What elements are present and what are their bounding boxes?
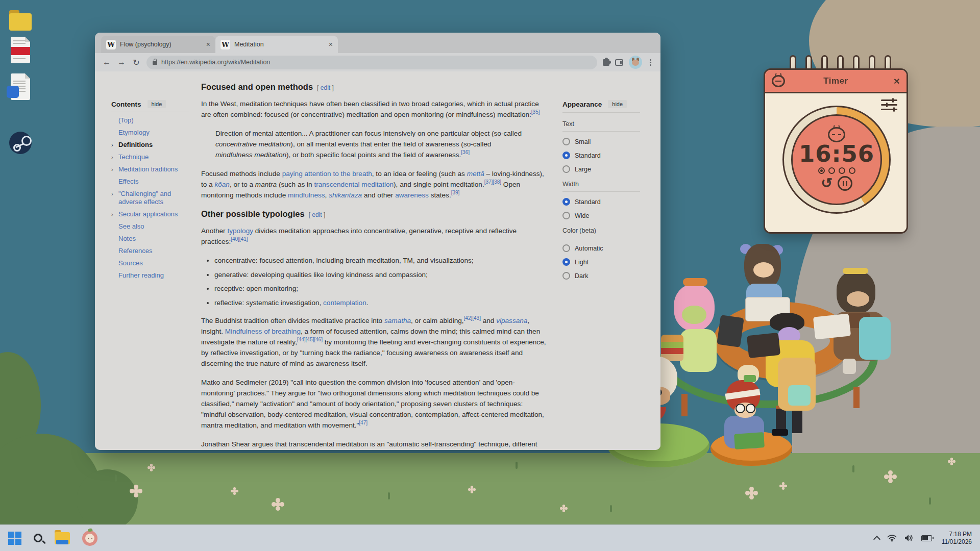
wiki-link[interactable]: vipassana bbox=[496, 317, 527, 324]
speaker-icon[interactable] bbox=[904, 534, 914, 542]
toc-item[interactable]: ›Technique bbox=[111, 153, 201, 161]
wiki-link[interactable]: mettā bbox=[467, 170, 484, 178]
grass-blade bbox=[115, 474, 117, 482]
chevron-icon[interactable]: › bbox=[111, 190, 118, 206]
radio-icon[interactable] bbox=[562, 165, 570, 173]
radio-option[interactable]: Standard bbox=[562, 198, 640, 206]
toc-item[interactable]: Etymology bbox=[111, 129, 201, 137]
radio-option[interactable]: Light bbox=[562, 258, 640, 266]
toc-item[interactable]: Sources bbox=[111, 259, 201, 267]
toc-item[interactable]: (Top) bbox=[111, 116, 201, 124]
edit-link[interactable]: [ edit ] bbox=[317, 84, 334, 91]
profile-avatar[interactable] bbox=[629, 56, 642, 69]
back-icon[interactable]: ← bbox=[102, 58, 111, 67]
document-icon bbox=[11, 37, 30, 63]
toc-item[interactable]: References bbox=[111, 247, 201, 255]
appearance-hide-button[interactable]: hide bbox=[608, 100, 627, 108]
reload-icon[interactable]: ↻ bbox=[132, 58, 141, 67]
grass-blade bbox=[516, 462, 518, 469]
text-run: , bbox=[325, 191, 329, 199]
wiki-link[interactable]: [47] bbox=[359, 420, 368, 425]
wiki-link[interactable]: contemplation bbox=[323, 299, 366, 307]
wiki-link[interactable]: transcendental meditation bbox=[314, 181, 394, 188]
wiki-link[interactable]: [36] bbox=[461, 149, 470, 155]
toc-item[interactable]: Further reading bbox=[111, 271, 201, 280]
wiki-link[interactable]: mindfulness bbox=[288, 191, 325, 199]
wiki-link[interactable]: [39] bbox=[451, 190, 460, 195]
wiki-link[interactable]: [40][41] bbox=[231, 236, 248, 242]
extensions-icon[interactable] bbox=[603, 59, 609, 66]
tray-chevron-icon[interactable] bbox=[873, 535, 880, 542]
radio-option[interactable]: Small bbox=[562, 138, 640, 145]
toc-item[interactable]: Notes bbox=[111, 235, 201, 243]
radio-option[interactable]: Automatic bbox=[562, 244, 640, 252]
wifi-icon[interactable] bbox=[887, 534, 897, 542]
paragraph: Focused methods include paying attention… bbox=[201, 168, 547, 201]
typology-list: concentrative: focused attention, includ… bbox=[214, 255, 547, 308]
toc-item[interactable]: Effects bbox=[111, 178, 201, 186]
radio-option[interactable]: Dark bbox=[562, 272, 640, 280]
wiki-link[interactable]: paying attention to the breath bbox=[282, 170, 372, 178]
desktop-icon-document-blue[interactable] bbox=[8, 73, 33, 98]
toc-hide-button[interactable]: hide bbox=[148, 100, 166, 108]
wiki-link[interactable]: [37][38] bbox=[484, 179, 501, 185]
radio-option[interactable]: Wide bbox=[562, 212, 640, 219]
group-title-text: Text bbox=[562, 120, 640, 132]
radio-icon[interactable] bbox=[562, 212, 570, 219]
tab-meditation[interactable]: W Meditation × bbox=[215, 36, 338, 53]
wiki-link[interactable]: typology bbox=[227, 227, 253, 235]
start-button[interactable] bbox=[8, 532, 21, 545]
toc-item[interactable]: ›Meditation traditions bbox=[111, 165, 201, 173]
radio-option[interactable]: Standard bbox=[562, 152, 640, 159]
toc-item[interactable]: ›Definitions bbox=[111, 141, 201, 149]
radio-selected-icon[interactable] bbox=[562, 258, 570, 266]
address-bar[interactable]: https://en.wikipedia.org/wiki/Meditation bbox=[146, 56, 597, 69]
reset-button[interactable]: ↺ bbox=[821, 177, 832, 190]
radio-icon[interactable] bbox=[562, 272, 570, 280]
wiki-link[interactable]: kōan bbox=[214, 181, 229, 188]
radio-icon[interactable] bbox=[562, 244, 570, 252]
search-icon[interactable] bbox=[34, 534, 42, 542]
wiki-link[interactable]: awareness bbox=[395, 191, 429, 199]
radio-option[interactable]: Large bbox=[562, 165, 640, 173]
toc-item[interactable]: ›Secular applications bbox=[111, 210, 201, 218]
session-dots bbox=[818, 167, 855, 174]
wiki-link[interactable]: samatha bbox=[384, 317, 411, 324]
wiki-link[interactable]: Mindfulness of breathing bbox=[225, 328, 301, 335]
pomodoro-app-icon[interactable] bbox=[82, 531, 97, 546]
desktop-icon-document-red[interactable] bbox=[8, 37, 33, 61]
battery-icon[interactable] bbox=[921, 535, 932, 541]
toc-item[interactable]: See also bbox=[111, 222, 201, 231]
file-explorer-icon[interactable] bbox=[55, 532, 70, 544]
edit-link[interactable]: [ edit ] bbox=[309, 211, 326, 218]
paragraph: Matko and Sedlmeier (2019) "call into qu… bbox=[201, 377, 547, 431]
pause-button[interactable] bbox=[838, 176, 852, 191]
forward-icon[interactable]: → bbox=[117, 58, 126, 67]
close-icon[interactable]: × bbox=[206, 40, 210, 48]
chevron-icon[interactable]: › bbox=[111, 210, 118, 218]
close-icon[interactable]: × bbox=[329, 40, 333, 48]
settings-sliders-icon[interactable] bbox=[881, 98, 897, 112]
wiki-link[interactable]: [35] bbox=[531, 109, 540, 115]
burger-patty bbox=[661, 348, 683, 354]
desktop-icon-folder[interactable] bbox=[8, 9, 33, 34]
desktop-icon-steam[interactable] bbox=[8, 132, 33, 156]
radio-selected-icon[interactable] bbox=[562, 152, 570, 159]
radio-selected-icon[interactable] bbox=[562, 198, 570, 206]
side-panel-icon[interactable] bbox=[615, 59, 623, 66]
chevron-icon[interactable]: › bbox=[111, 165, 118, 173]
tab-flow-psychology[interactable]: W Flow (psychology) × bbox=[101, 36, 215, 53]
close-icon[interactable]: × bbox=[894, 75, 900, 87]
menu-icon[interactable] bbox=[650, 62, 651, 63]
radio-icon[interactable] bbox=[562, 138, 570, 145]
wiki-link[interactable]: [44][45][46] bbox=[297, 337, 323, 342]
timer-header[interactable]: Timer × bbox=[765, 70, 906, 93]
taskbar-clock[interactable]: 7:18 PM 11/01/2026 bbox=[942, 531, 972, 546]
chevron-icon[interactable]: › bbox=[111, 153, 118, 161]
chevron-icon[interactable]: › bbox=[111, 141, 118, 149]
wiki-link[interactable]: edit bbox=[321, 84, 330, 91]
wiki-link[interactable]: shikantaza bbox=[329, 191, 362, 199]
toc-item[interactable]: ›"Challenging" and adverse effects bbox=[111, 190, 201, 206]
wiki-link[interactable]: edit bbox=[312, 211, 322, 218]
wiki-link[interactable]: [42][43] bbox=[464, 315, 481, 321]
